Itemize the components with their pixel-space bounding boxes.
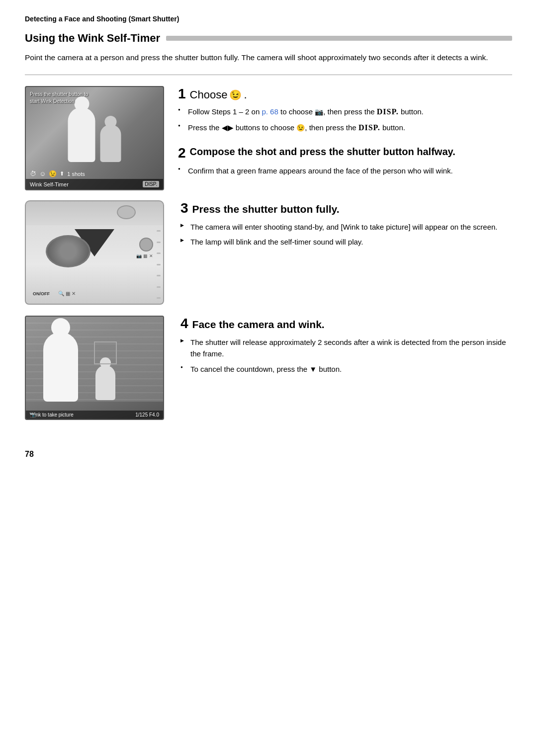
step-1-number: 1 — [178, 86, 186, 102]
step-4-header: 4 Face the camera and wink. — [180, 316, 512, 332]
steps-area: Press the shutter button to start Wink D… — [25, 86, 512, 430]
step-1: 1 Choose 😉 . Follow Steps 1 – 2 on p. 68… — [178, 86, 512, 134]
step-3-number: 3 — [180, 200, 188, 216]
screen-overlay-text: Press the shutter button to start Wink D… — [30, 91, 88, 105]
step-2-header: 2 Compose the shot and press the shutter… — [178, 145, 512, 161]
shots-icon: ⬆ — [60, 170, 64, 177]
step-3-bullet-2: The lamp will blink and the self-timer s… — [180, 236, 498, 248]
camera-body-top — [25, 200, 164, 225]
step-4-bullet-2: To cancel the countdown, press the ▼ but… — [180, 363, 512, 375]
camera-grip-lines — [157, 230, 161, 299]
photo-bottom-right: 1/125 F4.0 — [135, 412, 159, 418]
camera-dial — [139, 238, 153, 252]
intro-text: Point the camera at a person and press t… — [25, 52, 512, 64]
overlay-line2: start Wink Detection — [30, 98, 88, 105]
cam-icon-2: ▦ — [143, 253, 148, 258]
camera-screen-1-bg: Press the shutter button to start Wink D… — [26, 87, 163, 189]
photo-bottom-left-icon: 📷 — [30, 412, 36, 418]
camera-main-lens — [46, 235, 90, 267]
step-1-header: 1 Choose 😉 . — [178, 86, 512, 102]
photo-person-child — [95, 365, 115, 400]
step-4-image: Wink to take picture 1/125 F4.0 📷 — [25, 316, 167, 420]
step-2-number: 2 — [178, 145, 186, 161]
step-3-bullets: The camera will enter shooting stand-by,… — [180, 221, 498, 248]
step-4-block: Wink to take picture 1/125 F4.0 📷 4 Face… — [25, 316, 512, 420]
divider — [25, 75, 512, 75]
step-1-bullets: Follow Steps 1 – 2 on p. 68 to choose 📷,… — [178, 106, 512, 134]
step-1-bullet-2: Press the ◀▶ buttons to choose 😉, then p… — [178, 122, 512, 134]
step-3-block: 📷 ▦ ✕ ON/OFF 🔍 ▦ ✕ — [25, 200, 512, 305]
step-2-title-text: Compose the shot and press the shutter b… — [190, 145, 455, 158]
steps-1-2-content: 1 Choose 😉 . Follow Steps 1 – 2 on p. 68… — [178, 86, 512, 180]
screen-bottom-label-1: Wink Self-Timer DISP. — [30, 181, 159, 187]
cam-icon-3: ✕ — [149, 253, 153, 258]
camera-screen-1: Press the shutter button to start Wink D… — [25, 86, 164, 190]
page-number: 78 — [25, 450, 512, 459]
camera-body-main: 📷 ▦ ✕ ON/OFF 🔍 ▦ ✕ — [25, 225, 164, 305]
face-detection-box — [94, 341, 117, 364]
step-1-link[interactable]: p. 68 — [262, 107, 278, 116]
person-tall — [68, 107, 95, 162]
cam-btn-2: ▦ — [66, 291, 72, 296]
step-3-image: 📷 ▦ ✕ ON/OFF 🔍 ▦ ✕ — [25, 200, 167, 305]
photo-scene: Wink to take picture 1/125 F4.0 📷 — [25, 316, 164, 420]
step-2-bullet-1: Confirm that a green frame appears aroun… — [178, 165, 512, 176]
top-label: Detecting a Face and Shooting (Smart Shu… — [25, 15, 512, 23]
step-4-content: 4 Face the camera and wink. The shutter … — [180, 316, 512, 378]
step-3-header: 3 Press the shutter button fully. — [180, 200, 498, 216]
photo-scene-bg: Wink to take picture 1/125 F4.0 📷 — [26, 317, 163, 419]
camera-bottom-icons-row: 🔍 ▦ ✕ — [58, 291, 76, 296]
wink-self-timer-label: Wink Self-Timer — [30, 181, 69, 187]
step-3-bullet-1: The camera will enter shooting stand-by,… — [180, 221, 498, 233]
overlay-line1: Press the shutter button to — [30, 91, 88, 98]
photo-person-main — [43, 332, 78, 402]
wink-icon-small: 😉 — [49, 170, 57, 177]
screen-bottom-bar-1: Wink Self-Timer DISP. — [26, 179, 163, 189]
cam-btn-3: ✕ — [72, 291, 76, 296]
shots-count: 1 shots — [67, 171, 85, 177]
steps-1-2-block: Press the shutter button to start Wink D… — [25, 86, 512, 190]
person-short — [100, 125, 121, 162]
title-bar-line — [166, 36, 512, 41]
cam-icon-1: 📷 — [136, 253, 142, 258]
screen-icons-row: ⏱ ☺ 😉 ⬆ 1 shots — [30, 170, 85, 177]
face-icon: ☺ — [39, 170, 46, 177]
step-4-bullet-1: The shutter will release approximately 2… — [180, 336, 512, 360]
step-1-title-period: . — [244, 88, 247, 101]
section-title-text: Using the Wink Self-Timer — [25, 32, 160, 45]
disp-text-2: DISP. — [358, 123, 380, 132]
camera-screen-1-wrapper: Press the shutter button to start Wink D… — [25, 86, 164, 190]
camera-onoff-label: ON/OFF — [33, 291, 50, 296]
disp-text-1: DISP. — [377, 107, 399, 116]
cam-btn-1: 🔍 — [58, 291, 64, 296]
timer-icon: ⏱ — [30, 170, 36, 177]
disp-badge: DISP. — [143, 181, 159, 187]
people-silhouette — [68, 107, 121, 162]
section-title-bar: Using the Wink Self-Timer — [25, 32, 512, 45]
step-1-bullet-1: Follow Steps 1 – 2 on p. 68 to choose 📷,… — [178, 106, 512, 118]
camera-small-icons: 📷 ▦ ✕ — [136, 253, 153, 258]
step-4-number: 4 — [180, 316, 188, 332]
wink-take-picture-label: Wink to take picture — [30, 412, 74, 418]
step-3-title-text: Press the shutter button fully. — [192, 202, 340, 216]
shutter-button — [117, 205, 136, 219]
wink-self-timer-icon: 😉 — [229, 89, 242, 101]
step-1-title-text: Choose — [190, 88, 228, 101]
step-2-bullets: Confirm that a green frame appears aroun… — [178, 165, 512, 176]
step-3-content: 3 Press the shutter button fully. The ca… — [180, 200, 498, 252]
step-4-title-text: Face the camera and wink. — [192, 318, 325, 331]
step-4-bullets: The shutter will release approximately 2… — [180, 336, 512, 375]
face-detect-icon-1: 📷 — [315, 108, 323, 116]
camera-right-details: 📷 ▦ ✕ — [136, 238, 153, 258]
step-2: 2 Compose the shot and press the shutter… — [178, 145, 512, 176]
wink-icon-inline: 😉 — [296, 124, 305, 132]
